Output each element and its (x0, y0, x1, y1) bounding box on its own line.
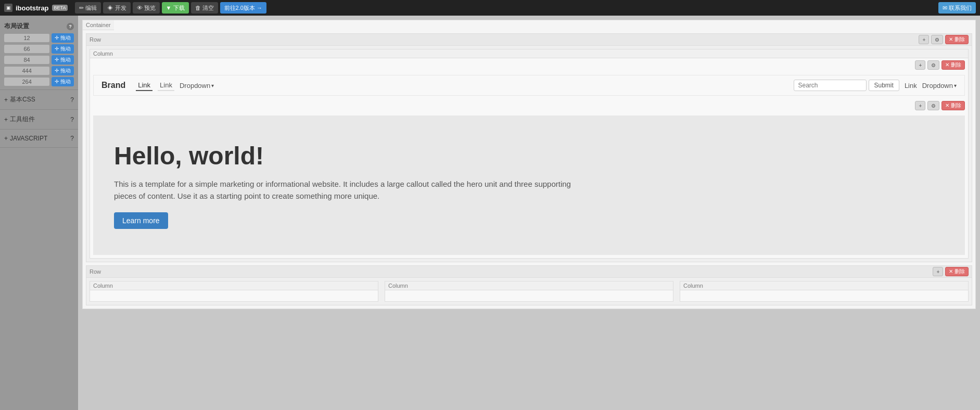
tools-label: 工具组件 (10, 115, 35, 124)
layout-row-66: 66 ✛ 拖动 (4, 44, 74, 54)
column-navbar-header: Column (90, 49, 968, 58)
contact-button[interactable]: ✉ 联系我们 (938, 2, 976, 14)
main-layout: 布局设置 ? 12 ✛ 拖动 66 ✛ 拖动 84 ✛ 拖动 444 ✛ 拖动 … (0, 16, 980, 410)
column-navbar-block: Column + ⚙ ✕ 删除 Brand Link Link Dropdown (90, 49, 969, 259)
help-icon-tools: ? (70, 116, 74, 123)
layout-84-label: 84 (4, 56, 49, 64)
container-block: Container Row + ⚙ ✕ 删除 Column (82, 20, 976, 309)
navbar-right: Link Dropdown (905, 82, 957, 89)
drag-12-button[interactable]: ✛ 拖动 (52, 33, 74, 43)
below-navbar-delete-button[interactable]: ✕ 删除 (941, 101, 965, 110)
submit-button[interactable]: Submit (869, 80, 899, 91)
javascript-label: JAVASCRIPT (10, 135, 47, 142)
layout-264-label: 264 (4, 78, 49, 86)
logo-icon: ▣ (4, 4, 12, 12)
layout-row-12: 12 ✛ 拖动 (4, 33, 74, 43)
row-2-add-button[interactable]: + (933, 267, 943, 276)
navbar-link-1[interactable]: Link (136, 80, 152, 91)
basic-css-section: + 基本CSS ? (0, 90, 78, 110)
learn-more-button[interactable]: Learn more (114, 212, 168, 229)
edit-button[interactable]: ✏ 编辑 (75, 2, 101, 14)
sidebar-item-tools[interactable]: + 工具组件 ? (4, 113, 74, 126)
layout-settings-header[interactable]: 布局设置 ? (4, 21, 74, 32)
below-navbar-action-row: + ⚙ ✕ 删除 (90, 99, 968, 112)
navbar-demo: Brand Link Link Dropdown Submit Link Dro… (93, 75, 965, 96)
row-2-delete-button[interactable]: ✕ 删除 (945, 267, 969, 276)
brand-section: ▣ ibootstrap BETA (4, 4, 68, 12)
bottom-col-3: Column (680, 281, 969, 302)
plus-icon-tools: + (4, 116, 8, 123)
sidebar-item-javascript[interactable]: + JAVASCRIPT ? (4, 133, 74, 144)
row-block-2: Row + ✕ 删除 Column Column Column (86, 265, 972, 305)
clear-button[interactable]: 🗑 清空 (191, 2, 218, 14)
row-2-actions: + ✕ 删除 (933, 267, 969, 276)
row-block-1: Row + ⚙ ✕ 删除 Column + ⚙ (86, 33, 972, 262)
bottom-col-3-header: Column (680, 281, 968, 290)
container-label: Container (83, 20, 114, 30)
row-1-header: Row + ⚙ ✕ 删除 (86, 34, 972, 46)
hero-title: Hello, world! (114, 142, 944, 170)
row-1-delete-button[interactable]: ✕ 删除 (945, 35, 969, 44)
drag-84-button[interactable]: ✛ 拖动 (52, 55, 74, 65)
below-navbar-settings-button[interactable]: ⚙ (927, 101, 939, 110)
sidebar: 布局设置 ? 12 ✛ 拖动 66 ✛ 拖动 84 ✛ 拖动 444 ✛ 拖动 … (0, 16, 78, 410)
bottom-col-1-header: Column (90, 281, 378, 290)
beta-badge: BETA (52, 5, 68, 11)
drag-264-button[interactable]: ✛ 拖动 (52, 77, 74, 86)
layout-settings-section: 布局设置 ? 12 ✛ 拖动 66 ✛ 拖动 84 ✛ 拖动 444 ✛ 拖动 … (0, 18, 78, 90)
layout-row-84: 84 ✛ 拖动 (4, 55, 74, 65)
layout-12-label: 12 (4, 34, 49, 42)
brand-name: ibootstrap (16, 4, 49, 12)
drag-66-button[interactable]: ✛ 拖动 (52, 44, 74, 54)
navbar-right-dropdown[interactable]: Dropdown (922, 82, 957, 89)
layout-66-label: 66 (4, 45, 49, 53)
navbar-right-link[interactable]: Link (905, 82, 917, 89)
dev-button[interactable]: ◈ 开发 (103, 2, 130, 14)
navbar-dropdown[interactable]: Dropdown (180, 82, 214, 89)
hero-section: Hello, world! This is a template for a s… (93, 116, 965, 255)
row-2-header: Row + ✕ 删除 (86, 266, 972, 278)
layout-row-444: 444 ✛ 拖动 (4, 66, 74, 75)
help-icon-css: ? (70, 96, 74, 104)
help-icon: ? (67, 23, 74, 30)
tools-section: + 工具组件 ? (0, 110, 78, 130)
column-navbar-label: Column (93, 50, 113, 57)
download-button[interactable]: ▼ 下载 (162, 2, 189, 14)
preview-button[interactable]: 👁 预览 (133, 2, 160, 14)
plus-icon-basic-css: + (4, 96, 8, 104)
row-1-label: Row (90, 36, 101, 43)
navbar-delete-button[interactable]: ✕ 删除 (941, 60, 965, 70)
layout-row-264: 264 ✛ 拖动 (4, 77, 74, 86)
javascript-section: + JAVASCRIPT ? (0, 130, 78, 148)
basic-css-label: 基本CSS (10, 95, 35, 104)
layout-settings-label: 布局设置 (4, 22, 29, 31)
topbar: ▣ ibootstrap BETA ✏ 编辑 ◈ 开发 👁 预览 ▼ 下载 🗑 … (0, 0, 980, 16)
layout-444-label: 444 (4, 67, 49, 75)
version-button[interactable]: 前往2.0版本 → (220, 2, 266, 14)
search-input[interactable] (794, 80, 867, 91)
navbar-search: Submit (794, 80, 899, 91)
navbar-settings-button[interactable]: ⚙ (927, 60, 939, 70)
plus-icon-js: + (4, 135, 8, 142)
row-1-settings-button[interactable]: ⚙ (931, 35, 943, 44)
drag-444-button[interactable]: ✛ 拖动 (52, 66, 74, 75)
bottom-col-2: Column (385, 281, 673, 302)
bottom-col-2-header: Column (385, 281, 673, 290)
below-navbar-add-button[interactable]: + (915, 101, 925, 110)
navbar-action-row: + ⚙ ✕ 删除 (90, 58, 968, 72)
help-icon-js: ? (70, 135, 74, 142)
hero-description: This is a template for a simple marketin… (114, 178, 582, 202)
navbar-brand: Brand (101, 81, 125, 90)
navbar-add-button[interactable]: + (915, 60, 925, 70)
sidebar-item-basic-css[interactable]: + 基本CSS ? (4, 93, 74, 106)
bottom-col-1: Column (90, 281, 378, 302)
bottom-columns: Column Column Column (86, 278, 972, 305)
content-area: Container Row + ⚙ ✕ 删除 Column (78, 16, 980, 410)
navbar-link-2[interactable]: Link (158, 80, 174, 91)
row-1-actions: + ⚙ ✕ 删除 (919, 35, 969, 44)
row-2-label: Row (90, 268, 101, 275)
row-1-add-button[interactable]: + (919, 35, 929, 44)
